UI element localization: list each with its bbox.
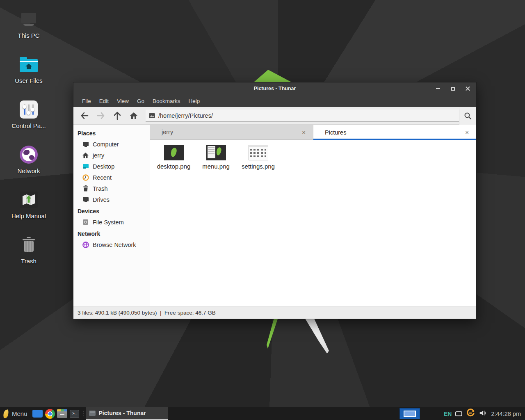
sidebar-item-label: Drives — [93, 196, 110, 203]
tab-close-icon[interactable]: × — [463, 128, 471, 137]
volume-icon[interactable] — [479, 409, 486, 418]
file-menu-png[interactable]: menu.png — [195, 145, 237, 170]
tab-pictures[interactable]: Pictures × — [313, 125, 476, 140]
pager-window-icon — [404, 411, 416, 417]
computer-icon — [82, 141, 89, 148]
chrome-launcher[interactable] — [44, 407, 56, 420]
menu-bookmarks[interactable]: Bookmarks — [148, 96, 185, 106]
desktop-icon-trash[interactable]: Trash — [0, 230, 57, 275]
update-notifier-icon[interactable] — [466, 409, 475, 419]
display-tray-icon[interactable] — [455, 411, 462, 416]
desktop-icon-this-pc[interactable]: This PC — [0, 4, 57, 49]
app-menu-button[interactable]: Menu — [0, 407, 32, 420]
file-settings-png[interactable]: settings.png — [237, 145, 279, 170]
thunar-window-icon — [89, 411, 96, 416]
distro-feather-icon — [3, 409, 9, 418]
sidebar-item-label: Computer — [93, 141, 119, 148]
image-thumbnail — [249, 145, 268, 160]
up-button[interactable] — [110, 108, 125, 123]
back-button[interactable] — [77, 108, 92, 123]
desktop-icon-label: This PC — [18, 32, 39, 39]
file-view[interactable]: desktop.png menu.png settings.png — [150, 140, 476, 306]
file-manager-launcher[interactable] — [56, 407, 68, 420]
sidebar-item-label: Desktop — [93, 163, 114, 170]
search-button[interactable] — [459, 107, 476, 125]
forward-arrow-icon — [97, 112, 105, 119]
taskbar-window-button[interactable]: Pictures - Thunar — [86, 407, 168, 420]
wallpaper-logo-fragment — [253, 70, 292, 82]
image-thumbnail — [206, 145, 226, 160]
menu-file[interactable]: File — [78, 96, 95, 106]
minimize-button[interactable] — [434, 84, 443, 93]
sidebar-item-label: File System — [93, 219, 124, 226]
tasklist-handle[interactable] — [82, 407, 85, 420]
sidebar-item-label: Browse Network — [93, 242, 136, 248]
desktop-icon-control-panel[interactable]: Control Pa... — [0, 94, 57, 139]
desktop-icon-label: Network — [17, 167, 40, 174]
desktop-icon-label: Trash — [21, 258, 37, 265]
status-text: 3 files: 490.1 kB (490,050 bytes) | Free… — [78, 310, 216, 316]
trash-icon — [19, 235, 38, 254]
recent-clock-icon — [82, 174, 89, 181]
maximize-button[interactable] — [448, 84, 457, 93]
sidebar-header-places: Places — [73, 127, 150, 139]
file-desktop-png[interactable]: desktop.png — [153, 145, 195, 170]
tab-label: jerry — [162, 129, 299, 135]
sidebar-item-jerry[interactable]: jerry — [73, 150, 150, 161]
sidebar-item-label: Trash — [93, 185, 108, 192]
tab-close-icon[interactable]: × — [299, 128, 308, 137]
close-icon — [466, 87, 470, 91]
window-controls — [434, 82, 472, 95]
file-name: settings.png — [242, 163, 275, 170]
home-icon — [130, 112, 138, 119]
titlebar[interactable]: Pictures - Thunar — [73, 82, 476, 95]
desktop-icon-label: Help Manual — [11, 212, 46, 219]
menu-view[interactable]: View — [113, 96, 133, 106]
close-button[interactable] — [463, 84, 472, 93]
terminal-launcher[interactable]: >_ — [68, 407, 81, 420]
workspace-pager[interactable] — [399, 408, 420, 419]
wallpaper-logo-fragment — [305, 319, 329, 354]
network-globe-icon — [19, 145, 38, 164]
desktop-icon-user-files[interactable]: User Files — [0, 49, 57, 94]
sidebar-item-desktop[interactable]: Desktop — [73, 161, 150, 172]
status-bar: 3 files: 490.1 kB (490,050 bytes) | Free… — [73, 306, 476, 319]
sidebar-item-trash[interactable]: Trash — [73, 183, 150, 194]
desktop-icon-help-manual[interactable]: Help Manual — [0, 185, 57, 230]
menu-help[interactable]: Help — [185, 96, 204, 106]
sidebar-item-label: Recent — [93, 174, 112, 181]
desktop-icon-network[interactable]: Network — [0, 139, 57, 185]
clock[interactable]: 2:44:28 pm — [491, 411, 521, 417]
tab-bar: jerry × Pictures × — [150, 125, 476, 140]
sidebar-item-drives[interactable]: Drives — [73, 194, 150, 205]
menu-edit[interactable]: Edit — [95, 96, 113, 106]
sidebar-header-devices: Devices — [73, 205, 150, 217]
menu-go[interactable]: Go — [133, 96, 148, 106]
this-pc-icon — [19, 10, 38, 29]
menubar: File Edit View Go Bookmarks Help — [73, 95, 476, 107]
browse-network-icon — [82, 241, 89, 248]
forward-button[interactable] — [93, 108, 109, 123]
sidebar-item-recent[interactable]: Recent — [73, 172, 150, 183]
keyboard-layout-indicator[interactable]: EN — [444, 411, 452, 417]
menu-label: Menu — [12, 410, 27, 417]
home-icon — [82, 152, 89, 159]
path-text: /home/jerry/Pictures/ — [158, 112, 213, 119]
sidebar: Places Computer jerry Desktop — [73, 125, 150, 306]
taskbar: Menu >_ Pictures - Thunar EN — [0, 407, 525, 420]
file-cabinet-icon — [57, 409, 67, 418]
trash-icon — [82, 185, 89, 192]
sidebar-item-file-system[interactable]: File System — [73, 217, 150, 228]
home-button[interactable] — [126, 108, 142, 123]
tab-jerry[interactable]: jerry × — [150, 125, 313, 140]
sidebar-item-computer[interactable]: Computer — [73, 139, 150, 150]
window-title: Pictures - Thunar — [73, 86, 476, 91]
show-desktop-button[interactable] — [32, 407, 44, 420]
path-bar[interactable]: /home/jerry/Pictures/ — [146, 110, 459, 122]
image-file-icon — [149, 113, 155, 118]
file-name: desktop.png — [157, 163, 191, 170]
back-arrow-icon — [80, 112, 89, 119]
search-icon — [464, 112, 472, 120]
file-name: menu.png — [202, 163, 230, 170]
sidebar-item-browse-network[interactable]: Browse Network — [73, 239, 150, 250]
